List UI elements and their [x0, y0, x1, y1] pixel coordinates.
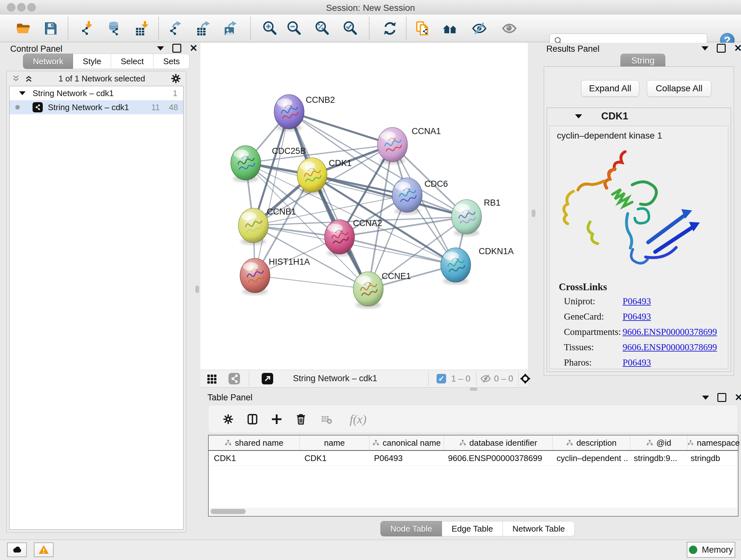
- toolbar-separator: [250, 17, 251, 39]
- crosslink-label: Pharos:: [564, 357, 592, 368]
- export-table-icon[interactable]: [195, 20, 212, 37]
- collection-expander-icon[interactable]: [19, 91, 25, 95]
- tab-node-table[interactable]: Node Table: [381, 521, 442, 537]
- expand-all-icon[interactable]: [24, 74, 33, 83]
- cloud-status-button[interactable]: [7, 543, 27, 557]
- grid-view-icon[interactable]: [206, 373, 218, 384]
- network-node-CCNB1[interactable]: CCNB1: [239, 207, 296, 245]
- selected-nodes-checkbox[interactable]: ✓: [436, 374, 446, 383]
- panel-menu-icon[interactable]: [701, 46, 709, 51]
- collapse-all-button[interactable]: Collapse All: [647, 80, 711, 97]
- delete-table-icon[interactable]: [320, 412, 333, 426]
- horizontal-splitter-handle[interactable]: [470, 388, 477, 391]
- statusbar-separator: [518, 371, 519, 386]
- show-columns-icon[interactable]: [246, 412, 259, 426]
- birdseye-view-icon[interactable]: [262, 373, 273, 384]
- right-splitter-handle[interactable]: [532, 209, 536, 217]
- column-header-database-identifier[interactable]: database identifier: [444, 435, 553, 450]
- toolbar-separator: [369, 17, 369, 39]
- fit-selection-crosshair-icon[interactable]: [520, 373, 531, 384]
- crosslink-value-link[interactable]: P06493: [623, 311, 651, 322]
- warnings-button[interactable]: [34, 543, 54, 557]
- crosslink-value-link[interactable]: P06493: [623, 296, 651, 307]
- open-file-icon[interactable]: [15, 20, 31, 37]
- tab-network-table[interactable]: Network Table: [503, 521, 575, 537]
- import-network-icon[interactable]: [78, 20, 95, 37]
- first-neighbors-icon[interactable]: [442, 20, 458, 37]
- export-image-icon[interactable]: [222, 20, 239, 37]
- panel-menu-icon[interactable]: [702, 395, 709, 400]
- expand-all-button[interactable]: Expand All: [581, 80, 639, 97]
- column-header-description[interactable]: description: [553, 435, 630, 450]
- toolbar-separator: [68, 17, 68, 39]
- import-database-icon[interactable]: [105, 20, 122, 37]
- network-node-HIST1H1A[interactable]: HIST1H1A: [240, 257, 310, 295]
- add-column-icon[interactable]: [270, 412, 284, 426]
- zoom-fit-icon[interactable]: [314, 20, 331, 37]
- network-node-CCNA1[interactable]: CCNA1: [378, 126, 441, 164]
- network-collection-row[interactable]: String Network – cdk1 1: [10, 86, 183, 100]
- tab-string[interactable]: String: [620, 54, 665, 68]
- close-panel-icon[interactable]: ✕: [190, 45, 198, 52]
- refresh-icon[interactable]: [382, 20, 398, 37]
- import-table-icon[interactable]: [135, 20, 151, 37]
- close-panel-icon[interactable]: ✕: [735, 394, 741, 401]
- tab-style[interactable]: Style: [73, 54, 111, 69]
- node-label-CDC6: CDC6: [424, 179, 448, 189]
- zoom-selected-icon[interactable]: [342, 20, 359, 37]
- crosslink-value-link[interactable]: 9606.ENSP00000378699: [623, 327, 717, 337]
- float-panel-icon[interactable]: [172, 44, 181, 53]
- panel-menu-icon[interactable]: [157, 46, 164, 51]
- network-node-CDKN1A[interactable]: CDKN1A: [441, 246, 514, 285]
- zoom-in-icon[interactable]: [262, 20, 278, 37]
- search-eye-icon[interactable]: [501, 20, 518, 37]
- column-header-shared-name[interactable]: shared name: [209, 435, 300, 450]
- column-header--id[interactable]: @id: [630, 435, 687, 450]
- left-splitter-handle[interactable]: [195, 286, 199, 293]
- network-row-selected[interactable]: String Network – cdk1 11 48: [10, 100, 183, 114]
- memory-button[interactable]: Memory: [687, 542, 735, 558]
- memory-label: Memory: [702, 545, 733, 555]
- table-horizontal-scrollbar[interactable]: [209, 508, 737, 515]
- export-network-icon[interactable]: [166, 20, 183, 37]
- node-label-CCNB1: CCNB1: [267, 207, 296, 216]
- tab-select[interactable]: Select: [111, 54, 153, 69]
- network-node-CCNE1[interactable]: CCNE1: [353, 271, 411, 308]
- save-session-icon[interactable]: [42, 20, 59, 37]
- node-label-CCNE1: CCNE1: [382, 271, 411, 281]
- table-row[interactable]: CDK1CDK1P064939606.ENSP00000378699cyclin…: [209, 451, 738, 466]
- float-panel-icon[interactable]: [718, 393, 726, 402]
- network-node-RB1[interactable]: RB1: [452, 198, 501, 236]
- table-options-gear-icon[interactable]: [221, 412, 235, 426]
- tab-network[interactable]: Network: [23, 54, 73, 69]
- tab-sets[interactable]: Sets: [153, 54, 190, 69]
- network-options-gear-icon[interactable]: [170, 73, 182, 84]
- hide-selected-icon[interactable]: [471, 20, 488, 37]
- zoom-out-icon[interactable]: [286, 20, 302, 37]
- node-label-CDKN1A: CDKN1A: [479, 246, 514, 256]
- network-node-CDK1[interactable]: CDK1: [297, 158, 352, 194]
- network-node-CCNA2[interactable]: CCNA2: [325, 219, 382, 256]
- column-header-namespace[interactable]: namespace: [687, 435, 740, 450]
- duplicate-network-icon[interactable]: [414, 20, 431, 37]
- section-collapse-icon[interactable]: [575, 114, 582, 118]
- tab-edge-table[interactable]: Edge Table: [442, 521, 503, 537]
- hidden-items-eye-slash-icon[interactable]: [480, 373, 491, 384]
- column-header-name[interactable]: name: [300, 435, 369, 450]
- window-title: Session: New Session: [0, 3, 741, 13]
- warning-icon: [38, 544, 50, 556]
- node-label-CCNB2: CCNB2: [306, 95, 335, 105]
- delete-column-trash-icon[interactable]: [294, 412, 308, 426]
- collapse-all-icon[interactable]: [11, 74, 21, 83]
- network-view-canvas[interactable]: CCNB2 CCNA1 CDC25B CDK1 CDC6: [200, 43, 528, 370]
- function-builder-icon[interactable]: f(x): [344, 412, 373, 426]
- network-graph[interactable]: CCNB2 CCNA1 CDC25B CDK1 CDC6: [200, 43, 528, 370]
- network-node-CCNB2[interactable]: CCNB2: [274, 95, 335, 131]
- float-panel-icon[interactable]: [717, 44, 726, 53]
- scrollbar-thumb[interactable]: [211, 509, 246, 514]
- close-panel-icon[interactable]: ✕: [734, 45, 741, 52]
- crosslink-value-link[interactable]: P06493: [623, 357, 651, 368]
- crosslink-value-link[interactable]: 9606.ENSP00000378699: [623, 342, 717, 353]
- column-header-canonical-name[interactable]: canonical name: [369, 435, 444, 450]
- network-view-share-icon[interactable]: [228, 373, 240, 384]
